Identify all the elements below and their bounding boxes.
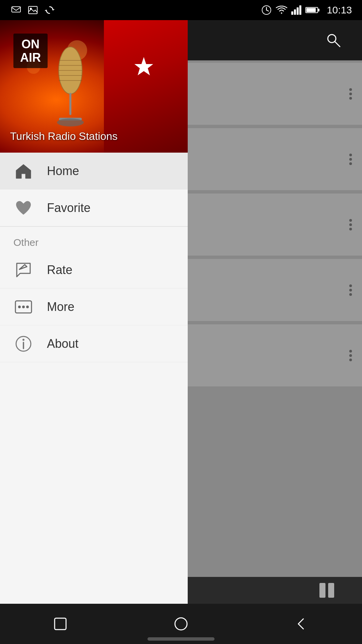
svg-rect-6: [291, 11, 293, 15]
svg-point-35: [22, 306, 25, 308]
crescent-icon: [107, 30, 181, 117]
svg-rect-15: [319, 583, 325, 598]
microphone-illustration: [44, 30, 97, 138]
on-air-badge: ON AIR: [13, 34, 48, 68]
sync-icon: [44, 4, 56, 16]
svg-point-34: [18, 306, 21, 308]
dot: [349, 223, 352, 226]
svg-rect-9: [299, 5, 301, 15]
dot: [349, 219, 352, 222]
svg-rect-12: [306, 8, 316, 12]
search-icon: [325, 32, 342, 49]
menu-item-home[interactable]: Home: [0, 153, 188, 190]
pause-button[interactable]: [315, 580, 342, 600]
dot: [349, 162, 352, 165]
microphone-icon: [50, 37, 90, 131]
svg-rect-11: [318, 9, 319, 11]
svg-marker-28: [134, 57, 153, 75]
square-icon: [52, 615, 69, 632]
dot: [349, 154, 352, 156]
menu-more-label: More: [47, 300, 74, 314]
heart-icon: [13, 198, 34, 218]
drawer-menu: Home Favorite Other: [0, 153, 188, 604]
drawer-app-title: Turkish Radio Stations: [10, 130, 118, 143]
svg-line-14: [335, 42, 340, 47]
nav-home-button[interactable]: [164, 610, 198, 637]
dot: [349, 93, 352, 95]
svg-point-18: [175, 618, 187, 630]
svg-point-36: [26, 306, 29, 308]
status-icons-left: [10, 4, 56, 16]
station-more-button[interactable]: [346, 346, 355, 365]
more-icon: [13, 297, 34, 317]
info-icon: [13, 334, 34, 354]
status-icons-right: 10:13: [261, 4, 352, 16]
menu-item-rate[interactable]: Rate: [0, 252, 188, 288]
message-icon: [10, 4, 22, 16]
circle-icon: [173, 615, 189, 632]
dot: [349, 289, 352, 291]
rate-icon: [13, 260, 34, 280]
home-indicator: [147, 637, 215, 641]
dot: [349, 350, 352, 353]
status-bar: 10:13: [0, 0, 362, 20]
svg-rect-16: [328, 583, 334, 598]
station-more-button[interactable]: [346, 281, 355, 299]
navigation-drawer: ON AIR: [0, 20, 188, 604]
dot: [349, 284, 352, 287]
menu-about-label: About: [47, 337, 78, 351]
clock-icon: [261, 5, 272, 15]
dot: [349, 97, 352, 100]
on-air-line1: ON: [20, 38, 41, 51]
search-button[interactable]: [322, 29, 345, 52]
station-more-button[interactable]: [346, 150, 355, 168]
image-icon: [27, 4, 39, 16]
on-air-line2: AIR: [20, 51, 41, 64]
home-icon: [13, 161, 34, 181]
svg-rect-17: [55, 618, 66, 630]
signal-icon: [291, 5, 301, 15]
nav-square-button[interactable]: [44, 610, 77, 637]
wifi-icon: [276, 6, 287, 14]
svg-rect-0: [12, 7, 20, 12]
drawer-header: ON AIR: [0, 20, 188, 153]
menu-home-label: Home: [47, 164, 79, 178]
pause-icon: [317, 580, 340, 600]
svg-rect-8: [297, 7, 299, 15]
battery-icon: [305, 6, 320, 14]
nav-back-button[interactable]: [285, 610, 318, 637]
svg-marker-29: [16, 164, 31, 178]
station-more-button[interactable]: [346, 216, 355, 234]
menu-item-more[interactable]: More: [0, 288, 188, 325]
station-more-button[interactable]: [346, 85, 355, 103]
dot: [349, 228, 352, 230]
section-other-label: Other: [0, 227, 188, 252]
svg-rect-7: [294, 9, 296, 15]
menu-item-about[interactable]: About: [0, 325, 188, 362]
nav-bar: [0, 604, 362, 644]
menu-rate-label: Rate: [47, 263, 72, 277]
dot: [349, 88, 352, 91]
svg-line-5: [266, 10, 268, 11]
dot: [349, 359, 352, 361]
menu-favorite-label: Favorite: [47, 201, 90, 215]
dot: [349, 293, 352, 296]
dot: [349, 354, 352, 357]
back-icon: [293, 615, 310, 632]
status-time: 10:13: [327, 4, 352, 16]
menu-item-favorite[interactable]: Favorite: [0, 190, 188, 226]
svg-point-27: [57, 118, 84, 126]
dot: [349, 158, 352, 161]
svg-point-39: [22, 339, 24, 341]
